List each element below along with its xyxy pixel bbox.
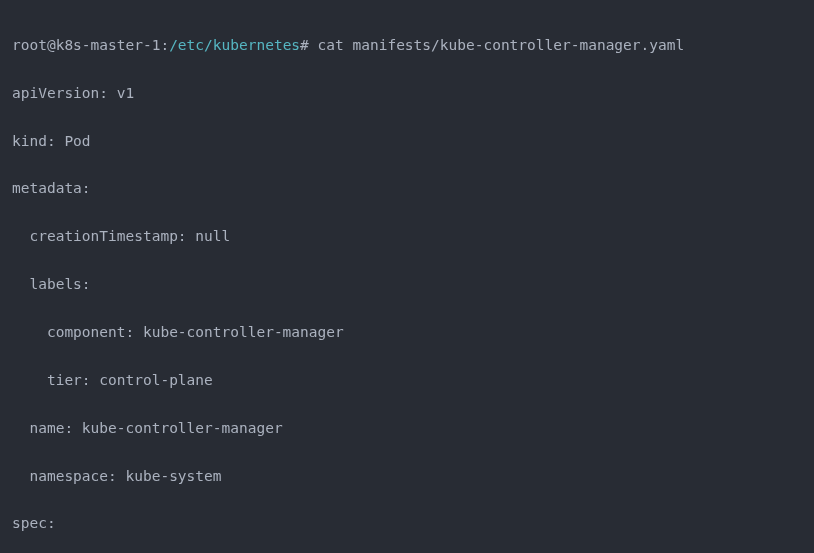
prompt-symbol: # (300, 37, 309, 53)
prompt-line[interactable]: root@k8s-master-1:/etc/kubernetes# cat m… (12, 34, 802, 58)
prompt-user: root@k8s-master-1 (12, 37, 160, 53)
prompt-separator: : (160, 37, 169, 53)
yaml-line-kind: kind: Pod (12, 130, 802, 154)
yaml-line-metadata: metadata: (12, 177, 802, 201)
prompt-path: /etc/kubernetes (169, 37, 300, 53)
yaml-line-creationtimestamp: creationTimestamp: null (12, 225, 802, 249)
yaml-line-apiversion: apiVersion: v1 (12, 82, 802, 106)
terminal-output: root@k8s-master-1:/etc/kubernetes# cat m… (12, 10, 802, 553)
yaml-line-namespace: namespace: kube-system (12, 465, 802, 489)
command-text: cat manifests/kube-controller-manager.ya… (318, 37, 685, 53)
yaml-line-labels: labels: (12, 273, 802, 297)
yaml-line-spec: spec: (12, 512, 802, 536)
yaml-line-name: name: kube-controller-manager (12, 417, 802, 441)
yaml-line-tier: tier: control-plane (12, 369, 802, 393)
yaml-line-component: component: kube-controller-manager (12, 321, 802, 345)
